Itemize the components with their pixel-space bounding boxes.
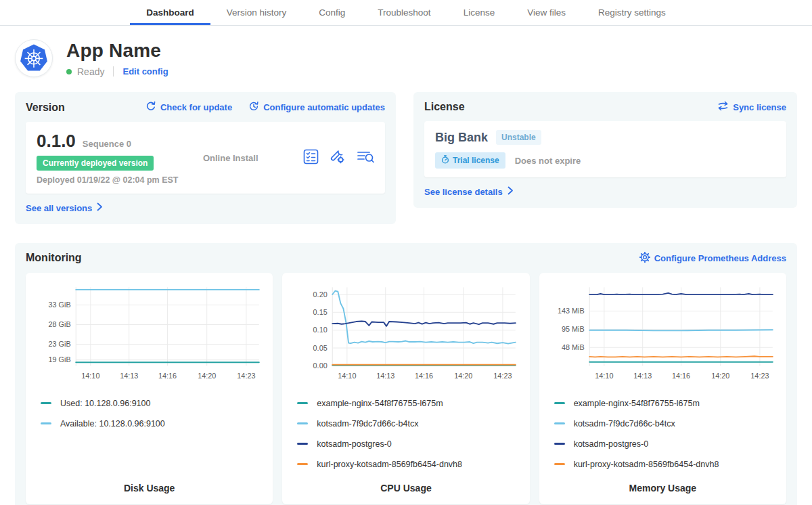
license-card: License Sync license Big Bank Unstable [413, 92, 797, 208]
check-for-update-button[interactable]: Check for update [145, 101, 232, 114]
disk-usage-card: 14:1014:1314:1614:2014:2333 GiB28 GiB23 … [26, 273, 273, 504]
legend-item: example-nginx-54f8f76755-l675m [297, 399, 521, 408]
monitoring-section: Monitoring Configure Prometheus A [15, 243, 797, 505]
tab-view-files[interactable]: View files [511, 0, 582, 25]
monitoring-title: Monitoring [26, 252, 82, 264]
svg-text:0.20: 0.20 [313, 290, 328, 298]
tab-troubleshoot[interactable]: Troubleshoot [361, 0, 447, 25]
legend-swatch [41, 422, 51, 424]
svg-text:14:16: 14:16 [415, 372, 433, 380]
configure-automatic-updates-button[interactable]: Configure automatic updates [248, 101, 385, 114]
version-card: Version Check for update [15, 92, 396, 224]
top-nav: Dashboard Version history Config Trouble… [0, 0, 812, 26]
svg-text:14:13: 14:13 [376, 372, 394, 380]
chevron-right-icon [508, 186, 514, 197]
svg-text:14:10: 14:10 [595, 372, 613, 380]
tab-dashboard[interactable]: Dashboard [130, 0, 210, 25]
legend-swatch [41, 402, 51, 404]
see-license-details-link[interactable]: See license details [424, 186, 514, 197]
channel-badge: Unstable [496, 130, 541, 145]
sync-license-button[interactable]: Sync license [717, 101, 786, 113]
svg-text:14:10: 14:10 [81, 372, 99, 380]
nav-tabs: Dashboard Version history Config Trouble… [130, 0, 682, 25]
legend-item: kotsadm-postgres-0 [554, 439, 778, 449]
legend-swatch [554, 402, 565, 404]
svg-text:48 MiB: 48 MiB [562, 343, 585, 351]
svg-text:14:20: 14:20 [198, 372, 216, 380]
legend-item: example-nginx-54f8f76755-l675m [554, 399, 778, 408]
memory-usage-title: Memory Usage [547, 473, 778, 493]
svg-text:14:10: 14:10 [338, 372, 357, 380]
svg-text:14:16: 14:16 [672, 372, 690, 380]
deployed-timestamp: Deployed 01/19/22 @ 02:04 pm EST [37, 175, 179, 185]
svg-text:19 GiB: 19 GiB [49, 355, 71, 364]
stopwatch-icon [441, 155, 449, 166]
license-card-title: License [424, 101, 465, 113]
edit-config-link[interactable]: Edit config [122, 66, 168, 76]
legend-item: Available: 10.128.0.96:9100 [41, 419, 265, 429]
current-version-panel: 0.1.0 Sequence 0 Currently deployed vers… [26, 122, 385, 194]
license-panel: Big Bank Unstable Trial license [424, 121, 786, 177]
memory-usage-legend: example-nginx-54f8f76755-l675m kotsadm-7… [554, 399, 778, 469]
version-card-title: Version [26, 102, 65, 114]
version-number: 0.1.0 [37, 131, 76, 152]
legend-item: kurl-proxy-kotsadm-8569fb6454-dnvh8 [554, 460, 778, 469]
svg-text:95 MiB: 95 MiB [562, 325, 585, 333]
svg-text:143 MiB: 143 MiB [558, 307, 585, 315]
svg-text:14:23: 14:23 [237, 372, 255, 380]
refresh-icon [145, 101, 156, 114]
svg-text:0.05: 0.05 [313, 343, 328, 351]
status-dot [66, 69, 72, 74]
swap-arrows-icon [717, 101, 729, 113]
svg-text:14:20: 14:20 [454, 372, 472, 380]
legend-item: kotsadm-7f9dc7d66c-b4tcx [297, 419, 521, 429]
chevron-right-icon [97, 202, 103, 213]
svg-text:28 GiB: 28 GiB [49, 320, 71, 328]
memory-usage-chart: 14:1014:1314:1614:2014:23143 MiB95 MiB48… [547, 281, 778, 391]
expiry-text: Does not expire [515, 156, 581, 166]
cpu-usage-card: 14:1014:1314:1614:2014:230.200.150.100.0… [282, 273, 529, 504]
legend-swatch [554, 422, 565, 424]
app-header: App Name Ready Edit config [15, 39, 797, 77]
legend-item: Used: 10.128.0.96:9100 [41, 399, 265, 408]
tab-config[interactable]: Config [302, 0, 361, 25]
legend-swatch [554, 463, 565, 465]
memory-usage-card: 14:1014:1314:1614:2014:23143 MiB95 MiB48… [539, 273, 786, 504]
tab-registry-settings[interactable]: Registry settings [582, 0, 682, 25]
disk-usage-title: Disk Usage [34, 473, 265, 493]
preflight-checks-icon[interactable] [303, 149, 319, 167]
edit-config-icon[interactable] [330, 148, 346, 167]
install-type-label: Online Install [203, 153, 258, 163]
see-all-versions-link[interactable]: See all versions [26, 202, 103, 213]
svg-text:23 GiB: 23 GiB [49, 340, 71, 348]
deployed-badge: Currently deployed version [37, 156, 154, 171]
legend-swatch [297, 443, 308, 445]
disk-usage-legend: Used: 10.128.0.96:9100 Available: 10.128… [41, 399, 265, 429]
view-logs-icon[interactable] [357, 149, 374, 167]
legend-item: kotsadm-7f9dc7d66c-b4tcx [554, 419, 778, 429]
svg-text:33 GiB: 33 GiB [49, 301, 71, 309]
svg-text:0.15: 0.15 [313, 308, 328, 316]
sequence-label: Sequence 0 [83, 139, 131, 149]
clock-refresh-icon [248, 101, 259, 114]
svg-text:14:13: 14:13 [120, 372, 138, 380]
cpu-usage-title: CPU Usage [290, 473, 521, 493]
configure-prometheus-button[interactable]: Configure Prometheus Address [639, 252, 786, 265]
svg-text:14:13: 14:13 [633, 372, 652, 380]
svg-text:0.00: 0.00 [313, 361, 328, 370]
svg-text:14:16: 14:16 [158, 372, 177, 380]
legend-swatch [297, 402, 308, 404]
svg-text:14:20: 14:20 [711, 372, 729, 380]
legend-swatch [297, 422, 308, 424]
cpu-usage-legend: example-nginx-54f8f76755-l675m kotsadm-7… [297, 399, 521, 469]
cpu-usage-chart: 14:1014:1314:1614:2014:230.200.150.100.0… [290, 281, 521, 391]
customer-name: Big Bank [435, 131, 488, 145]
page-title: App Name [66, 40, 168, 62]
legend-swatch [297, 463, 308, 465]
svg-text:14:23: 14:23 [494, 372, 512, 380]
gear-icon [639, 252, 650, 265]
tab-version-history[interactable]: Version history [210, 0, 303, 25]
disk-usage-chart: 14:1014:1314:1614:2014:2333 GiB28 GiB23 … [34, 281, 265, 391]
tab-license[interactable]: License [447, 0, 512, 25]
status-text: Ready [77, 66, 104, 77]
